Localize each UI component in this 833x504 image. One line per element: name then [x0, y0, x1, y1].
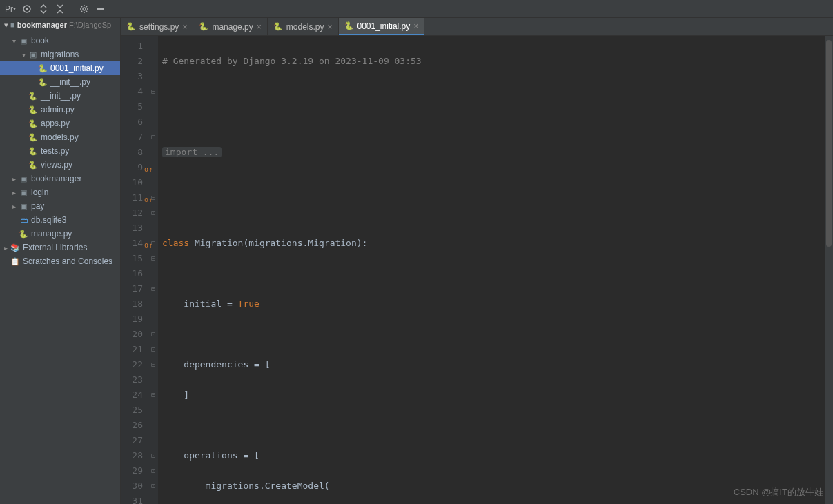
project-dropdown[interactable]: Pr▾: [3, 1, 18, 17]
project-root[interactable]: ▾ ■ bookmanager F:\DjangoSp: [0, 18, 120, 32]
settings-icon[interactable]: [77, 1, 92, 17]
tree-folder-migrations[interactable]: ▾▣migrations: [0, 48, 120, 61]
project-name-label: bookmanager: [17, 21, 67, 29]
tree-folder-login[interactable]: ▸▣login: [0, 185, 120, 199]
tree-file-init[interactable]: 🐍__init__.py: [0, 89, 120, 103]
tree-scratches[interactable]: 📋Scratches and Consoles: [0, 254, 120, 268]
svg-point-2: [83, 8, 86, 10]
editor-tabs: 🐍settings.py× 🐍manage.py× 🐍models.py× 🐍0…: [121, 18, 833, 36]
tab-manage[interactable]: 🐍manage.py×: [193, 18, 267, 35]
tab-settings[interactable]: 🐍settings.py×: [121, 18, 193, 35]
project-tree[interactable]: ▾▣book ▾▣migrations 🐍0001_initial.py 🐍__…: [0, 32, 120, 504]
editor-scrollbar[interactable]: [825, 36, 833, 504]
tree-file-apps[interactable]: 🐍apps.py: [0, 117, 120, 130]
close-icon[interactable]: ×: [413, 21, 418, 31]
tree-folder-pay[interactable]: ▸▣pay: [0, 199, 120, 213]
tree-file-views[interactable]: 🐍views.py: [0, 158, 120, 172]
tree-file-admin[interactable]: 🐍admin.py: [0, 103, 120, 117]
tab-0001-initial[interactable]: 🐍0001_initial.py×: [339, 18, 425, 35]
code-viewport[interactable]: 123 456 78 9o↑ 10 11o↑ 1213 14o↑ 1516171…: [121, 36, 833, 504]
svg-point-1: [26, 8, 28, 10]
close-icon[interactable]: ×: [257, 22, 262, 32]
tree-external-libraries[interactable]: ▸📚External Libraries: [0, 241, 120, 254]
line-gutter: 123 456 78 9o↑ 10 11o↑ 1213 14o↑ 1516171…: [121, 36, 148, 504]
watermark: CSDN @搞IT的放牛娃: [734, 486, 823, 498]
close-icon[interactable]: ×: [182, 22, 187, 32]
editor-area: 🐍settings.py× 🐍manage.py× 🐍models.py× 🐍0…: [121, 18, 833, 504]
tree-file-models[interactable]: 🐍models.py: [0, 130, 120, 144]
expand-all-icon[interactable]: [36, 1, 51, 17]
tree-file-manage[interactable]: 🐍manage.py: [0, 227, 120, 241]
main-area: ▾ ■ bookmanager F:\DjangoSp ▾▣book ▾▣mig…: [0, 18, 833, 504]
scrollbar-thumb[interactable]: [826, 40, 832, 247]
project-sidebar: ▾ ■ bookmanager F:\DjangoSp ▾▣book ▾▣mig…: [0, 18, 121, 504]
hide-icon[interactable]: [93, 1, 108, 17]
code-content[interactable]: # Generated by Django 3.2.19 on 2023-11-…: [158, 36, 833, 504]
svg-rect-3: [97, 8, 104, 10]
project-path-label: F:\DjangoSp: [69, 21, 111, 29]
sidebar-toolbar: Pr▾: [0, 0, 833, 18]
select-opened-file-icon[interactable]: [19, 1, 35, 17]
tree-file-0001-initial[interactable]: 🐍0001_initial.py: [0, 61, 120, 75]
fold-column[interactable]: ⊞ ⊟⊟⊡ ⊟⊟⊟⊡⊡ ⊟⊟⊡⊡⊡: [148, 36, 158, 504]
collapse-all-icon[interactable]: [52, 1, 68, 17]
tree-folder-bookmanager[interactable]: ▸▣bookmanager: [0, 172, 120, 185]
close-icon[interactable]: ×: [327, 22, 332, 32]
tree-file-init-mig[interactable]: 🐍__init__.py: [0, 75, 120, 89]
tab-models[interactable]: 🐍models.py×: [268, 18, 339, 35]
tree-file-tests[interactable]: 🐍tests.py: [0, 144, 120, 158]
tree-file-db[interactable]: 🗃db.sqlite3: [0, 213, 120, 227]
tree-folder-book[interactable]: ▾▣book: [0, 34, 120, 48]
